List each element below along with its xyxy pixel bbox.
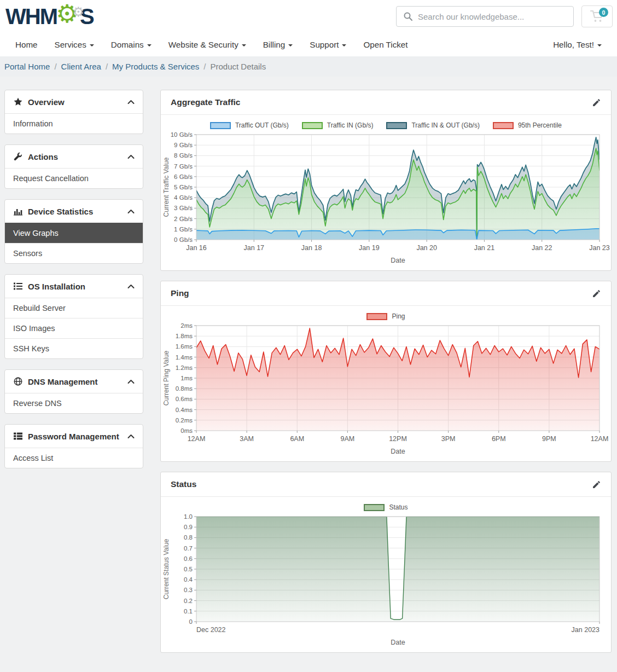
- svg-text:Jan 21: Jan 21: [474, 244, 495, 252]
- sidebar-item-rebuild-server[interactable]: Rebuild Server: [5, 298, 143, 318]
- svg-text:12AM: 12AM: [591, 435, 609, 443]
- edit-ping-button[interactable]: [592, 289, 601, 298]
- chevron-up-icon: [127, 281, 135, 291]
- svg-text:0.2ms: 0.2ms: [176, 417, 193, 424]
- legend-item: Ping: [366, 312, 405, 320]
- svg-text:2ms: 2ms: [181, 322, 193, 329]
- svg-text:3 Gb/s: 3 Gb/s: [174, 205, 193, 211]
- sidebar-item-information[interactable]: Information: [5, 113, 143, 134]
- user-menu[interactable]: Hello, Test!: [553, 40, 602, 49]
- svg-text:0 Gb/s: 0 Gb/s: [174, 236, 193, 243]
- svg-text:1 Gb/s: 1 Gb/s: [174, 226, 193, 233]
- sidebar-header-device-statistics[interactable]: Device Statistics: [5, 200, 143, 223]
- sidebar-header-dns-management[interactable]: DNS Management: [5, 370, 143, 393]
- cart-count-badge: 0: [599, 8, 608, 17]
- nav-item-website-security[interactable]: Website & Security: [168, 40, 246, 49]
- edit-status-button[interactable]: [592, 480, 601, 489]
- status-plot: 00.10.20.30.40.50.60.70.80.91.0Dec 2022J…: [161, 512, 611, 648]
- svg-text:7 Gb/s: 7 Gb/s: [174, 163, 193, 170]
- svg-text:0ms: 0ms: [181, 427, 193, 434]
- sidebar-section-title: DNS Management: [28, 377, 127, 386]
- pencil-icon: [592, 98, 601, 107]
- star-icon: [13, 97, 23, 106]
- svg-text:2 Gb/s: 2 Gb/s: [174, 216, 193, 222]
- sidebar-item-access-list[interactable]: Access List: [5, 448, 143, 468]
- aggregate-traffic-chart: Traffic OUT (Gb/s)Traffic IN (Gb/s)Traff…: [161, 121, 611, 268]
- svg-text:8 Gb/s: 8 Gb/s: [174, 152, 193, 159]
- sidebar-header-overview[interactable]: Overview: [5, 90, 143, 113]
- legend-swatch: [210, 122, 231, 129]
- chevron-up-icon: [127, 376, 135, 386]
- nav-item-open-ticket[interactable]: Open Ticket: [363, 40, 408, 49]
- sidebar-item-iso-images[interactable]: ISO Images: [5, 318, 143, 338]
- svg-text:3PM: 3PM: [441, 435, 456, 443]
- edit-aggregate-traffic-button[interactable]: [592, 98, 601, 107]
- sidebar-item-view-graphs[interactable]: View Graphs: [5, 223, 143, 243]
- svg-text:Current Traffic Value: Current Traffic Value: [162, 157, 170, 217]
- nav-item-services[interactable]: Services: [55, 40, 94, 49]
- sidebar-section-overview: OverviewInformation: [4, 90, 143, 134]
- sidebar-section-dns-management: DNS ManagementReverse DNS: [4, 369, 143, 414]
- svg-text:0.4ms: 0.4ms: [176, 407, 193, 413]
- svg-text:Jan 20: Jan 20: [416, 244, 437, 252]
- breadcrumb-product-details: Product Details: [210, 62, 266, 71]
- sidebar-header-password-management[interactable]: Password Management: [5, 425, 143, 448]
- pencil-icon: [592, 480, 601, 489]
- sidebar-header-actions[interactable]: Actions: [5, 145, 143, 168]
- pencil-icon: [592, 289, 601, 298]
- svg-text:6 Gb/s: 6 Gb/s: [174, 173, 193, 180]
- svg-text:3AM: 3AM: [240, 435, 254, 443]
- svg-text:0.6: 0.6: [184, 555, 193, 562]
- chevron-down-icon: [342, 44, 346, 47]
- svg-text:12AM: 12AM: [188, 435, 206, 443]
- cart-button[interactable]: 0: [581, 5, 613, 27]
- chevron-up-icon: [127, 431, 135, 441]
- traffic-plot: 0 Gb/s1 Gb/s2 Gb/s3 Gb/s4 Gb/s5 Gb/s6 Gb…: [161, 130, 611, 266]
- ping-panel: Ping Ping0ms0.2ms0.4ms0.6ms0.8ms1ms1.2ms…: [160, 281, 612, 462]
- breadcrumb-client-area[interactable]: Client Area: [61, 62, 101, 71]
- breadcrumb-my-products-services[interactable]: My Products & Services: [112, 62, 199, 71]
- sidebar-section-title: Password Management: [28, 432, 127, 441]
- sidebar-header-os-installation[interactable]: OS Installation: [5, 275, 143, 298]
- search-input[interactable]: [418, 12, 573, 21]
- breadcrumb: Portal Home/Client Area/My Products & Se…: [0, 56, 617, 77]
- svg-text:Date: Date: [391, 257, 405, 264]
- svg-text:10 Gb/s: 10 Gb/s: [171, 131, 193, 138]
- sidebar-section-title: Actions: [28, 152, 127, 161]
- logo-text-whm: WHM: [5, 2, 57, 31]
- sidebar-item-request-cancellation[interactable]: Request Cancellation: [5, 168, 143, 188]
- nav-item-domains[interactable]: Domains: [111, 40, 152, 49]
- breadcrumb-portal-home[interactable]: Portal Home: [4, 62, 50, 71]
- sidebar-section-title: OS Installation: [28, 282, 127, 291]
- nav-item-support[interactable]: Support: [310, 40, 346, 49]
- sidebar-item-sensors[interactable]: Sensors: [5, 243, 143, 263]
- nav-item-billing[interactable]: Billing: [263, 40, 293, 49]
- sidebar-section-actions: ActionsRequest Cancellation: [4, 144, 143, 189]
- chevron-down-icon: [147, 44, 152, 47]
- sidebar-item-ssh-keys[interactable]: SSH Keys: [5, 338, 143, 358]
- svg-text:Current Ping Value: Current Ping Value: [162, 350, 170, 405]
- whmcs-logo[interactable]: WHM⚙⚙S: [5, 2, 94, 31]
- aggregate-traffic-panel: Aggregate Traffic Traffic OUT (Gb/s)Traf…: [160, 90, 612, 271]
- legend-swatch: [386, 122, 407, 129]
- legend-label: Traffic IN (Gb/s): [327, 121, 374, 129]
- svg-text:0: 0: [189, 618, 193, 625]
- chevron-down-icon: [90, 44, 94, 47]
- gear-icon: ⚙⚙: [56, 2, 81, 31]
- wrench-icon: [13, 152, 23, 161]
- legend-swatch: [364, 504, 385, 511]
- sidebar: OverviewInformationActionsRequest Cancel…: [4, 90, 143, 479]
- svg-text:Jan 17: Jan 17: [244, 244, 265, 252]
- svg-text:Jan 19: Jan 19: [359, 244, 380, 252]
- legend-label: Traffic IN & OUT (Gb/s): [411, 121, 479, 129]
- svg-text:12PM: 12PM: [389, 435, 407, 443]
- table-list-icon: [13, 432, 23, 441]
- sidebar-item-reverse-dns[interactable]: Reverse DNS: [5, 393, 143, 413]
- sidebar-section-title: Device Statistics: [28, 207, 127, 216]
- svg-text:0.2: 0.2: [184, 598, 193, 604]
- main-content: Aggregate Traffic Traffic OUT (Gb/s)Traf…: [160, 90, 612, 663]
- chevron-up-icon: [127, 97, 135, 107]
- nav-item-home[interactable]: Home: [15, 40, 38, 49]
- legend-item: Traffic IN & OUT (Gb/s): [386, 121, 479, 129]
- legend-label: Ping: [392, 312, 405, 320]
